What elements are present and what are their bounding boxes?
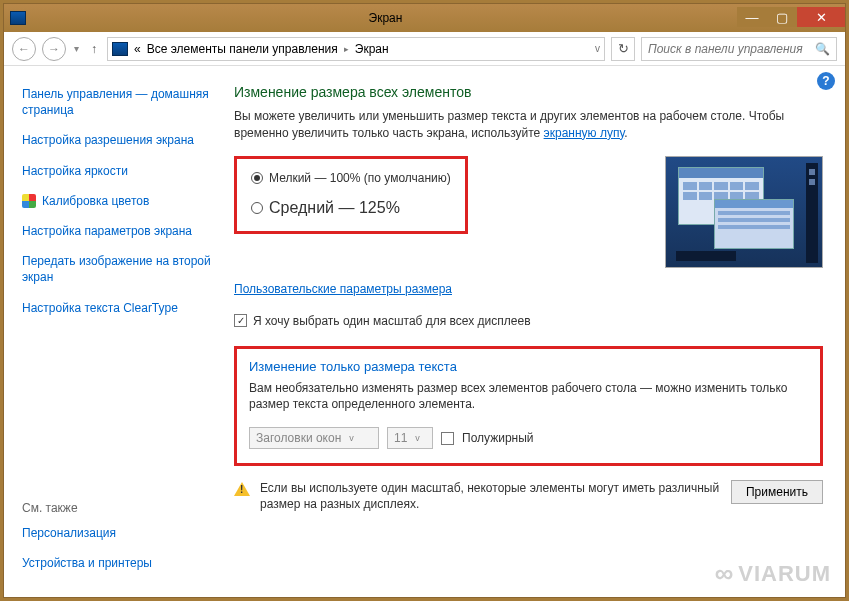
search-icon[interactable]: 🔍 [815, 42, 830, 56]
window-title: Экран [34, 11, 737, 25]
watermark: ∞ VIARUM [715, 558, 831, 589]
radio-icon [251, 202, 263, 214]
checkbox-icon[interactable]: ✓ [234, 314, 247, 327]
minimize-button[interactable]: — [737, 7, 767, 27]
close-button[interactable]: ✕ [797, 7, 845, 27]
radio-small-label: Мелкий — 100% (по умолчанию) [269, 171, 451, 185]
text-size-highlight: Изменение только размера текста Вам необ… [234, 346, 823, 467]
maximize-button[interactable]: ▢ [767, 7, 797, 27]
sidebar-link-project[interactable]: Передать изображение на второй экран [22, 253, 212, 285]
single-scale-label: Я хочу выбрать один масштаб для всех дис… [253, 314, 531, 328]
titlebar[interactable]: Экран — ▢ ✕ [4, 4, 845, 32]
bold-label: Полужирный [462, 431, 534, 445]
sidebar-link-brightness[interactable]: Настройка яркости [22, 163, 212, 179]
sidebar-link-calibrate[interactable]: Калибровка цветов [42, 193, 149, 209]
infinity-icon: ∞ [715, 558, 735, 589]
sidebar-link-personalization[interactable]: Персонализация [22, 525, 212, 541]
section-heading: Изменение только размера текста [249, 359, 808, 374]
window-buttons: — ▢ ✕ [737, 7, 845, 29]
bold-checkbox[interactable] [441, 432, 454, 445]
sidebar-link-resolution[interactable]: Настройка разрешения экрана [22, 132, 212, 148]
chevron-down-icon: v [415, 433, 420, 443]
sidebar: Панель управления — домашняя страница На… [4, 66, 216, 597]
apply-button[interactable]: Применить [731, 480, 823, 504]
see-also-heading: См. также [22, 501, 212, 515]
shield-icon [22, 194, 36, 208]
breadcrumb-separator-icon: ▸ [344, 44, 349, 54]
search-input[interactable] [648, 42, 815, 56]
app-icon [10, 11, 26, 25]
main-content: ? Изменение размера всех элементов Вы мо… [216, 66, 845, 597]
size-combo[interactable]: 11 v [387, 427, 433, 449]
refresh-button[interactable]: ↻ [611, 37, 635, 61]
single-scale-checkbox-row[interactable]: ✓ Я хочу выбрать один масштаб для всех д… [234, 314, 823, 328]
page-description: Вы можете увеличить или уменьшить размер… [234, 108, 823, 142]
element-combo[interactable]: Заголовки окон v [249, 427, 379, 449]
section-description: Вам необязательно изменять размер всех э… [249, 380, 808, 414]
breadcrumb-item[interactable]: Экран [355, 42, 389, 56]
sidebar-link-home[interactable]: Панель управления — домашняя страница [22, 86, 212, 118]
window-frame: Экран — ▢ ✕ ← → ▾ ↑ « Все элементы панел… [3, 3, 846, 598]
sidebar-link-devices[interactable]: Устройства и принтеры [22, 555, 212, 571]
scale-options-highlight: Мелкий — 100% (по умолчанию) Средний — 1… [234, 156, 468, 234]
magnifier-link[interactable]: экранную лупу [544, 126, 625, 140]
radio-medium-label: Средний — 125% [269, 199, 400, 217]
warning-icon [234, 482, 250, 496]
up-button[interactable]: ↑ [87, 42, 101, 56]
page-heading: Изменение размера всех элементов [234, 84, 823, 100]
search-box[interactable]: 🔍 [641, 37, 837, 61]
history-dropdown-icon[interactable]: ▾ [72, 43, 81, 54]
size-combo-value: 11 [394, 431, 407, 445]
forward-button[interactable]: → [42, 37, 66, 61]
radio-small[interactable]: Мелкий — 100% (по умолчанию) [251, 171, 451, 185]
custom-size-link[interactable]: Пользовательские параметры размера [234, 282, 452, 296]
radio-medium[interactable]: Средний — 125% [251, 199, 451, 217]
warning-text: Если вы используете один масштаб, некото… [260, 480, 721, 512]
breadcrumb-prefix: « [134, 42, 141, 56]
address-dropdown-icon[interactable]: v [595, 43, 600, 54]
radio-icon [251, 172, 263, 184]
address-bar[interactable]: « Все элементы панели управления ▸ Экран… [107, 37, 605, 61]
display-preview [665, 156, 823, 268]
sidebar-link-cleartype[interactable]: Настройка текста ClearType [22, 300, 212, 316]
breadcrumb-item[interactable]: Все элементы панели управления [147, 42, 338, 56]
back-button[interactable]: ← [12, 37, 36, 61]
chevron-down-icon: v [349, 433, 354, 443]
help-icon[interactable]: ? [817, 72, 835, 90]
sidebar-link-display-settings[interactable]: Настройка параметров экрана [22, 223, 212, 239]
element-combo-value: Заголовки окон [256, 431, 341, 445]
nav-toolbar: ← → ▾ ↑ « Все элементы панели управления… [4, 32, 845, 66]
location-icon [112, 42, 128, 56]
